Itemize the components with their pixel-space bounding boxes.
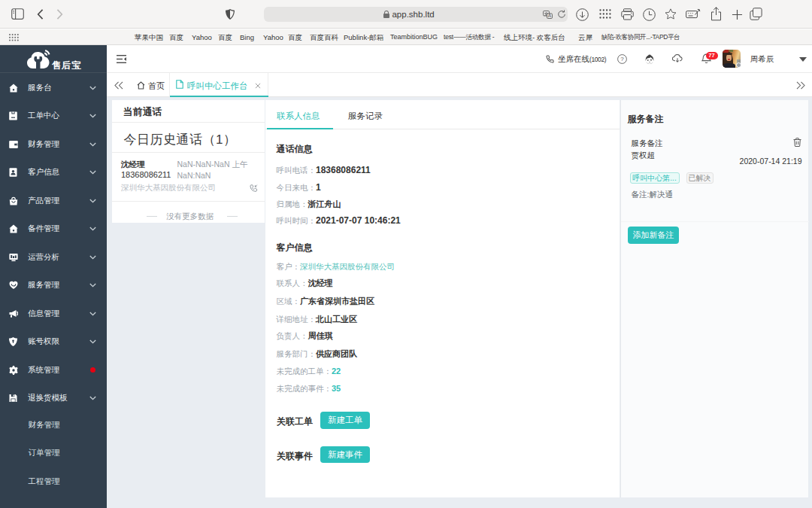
- svg-text:?: ?: [620, 56, 624, 62]
- svg-text:A: A: [548, 13, 552, 18]
